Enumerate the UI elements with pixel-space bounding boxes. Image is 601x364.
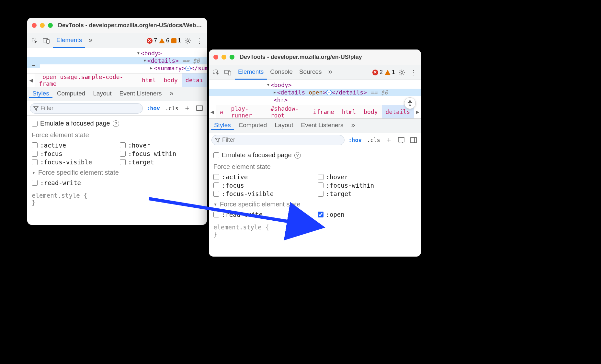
state-open-checkbox[interactable] bbox=[318, 212, 323, 217]
crumb-body[interactable]: body bbox=[160, 73, 181, 87]
dom-summary-open[interactable]: <summary> bbox=[154, 65, 186, 72]
tab-event-listeners[interactable]: Event Listeners bbox=[116, 90, 165, 98]
dom-overflow-indicator[interactable]: … bbox=[27, 59, 40, 68]
state-focus-visible-checkbox[interactable] bbox=[32, 159, 38, 165]
device-icon[interactable] bbox=[223, 68, 233, 77]
tab-computed[interactable]: Computed bbox=[235, 122, 270, 130]
close-icon[interactable] bbox=[213, 55, 218, 60]
minimize-icon[interactable] bbox=[221, 55, 226, 60]
crumb-frame[interactable]: _open_usage.sample-code-frame bbox=[35, 73, 138, 87]
crumb-play-runner[interactable]: play-runner bbox=[227, 105, 266, 118]
emulate-focus-checkbox[interactable] bbox=[213, 152, 219, 158]
force-specific-heading[interactable]: Force specific element state bbox=[38, 169, 119, 176]
chevron-left-icon[interactable]: ◀ bbox=[209, 105, 216, 118]
filter-input-wrap[interactable] bbox=[30, 103, 143, 114]
crumb-details[interactable]: detai bbox=[182, 73, 207, 87]
state-read-write-checkbox[interactable] bbox=[213, 212, 219, 217]
sidebar-toggle-icon[interactable] bbox=[409, 135, 418, 145]
state-focus-checkbox[interactable] bbox=[32, 151, 38, 157]
filter-input[interactable] bbox=[222, 137, 341, 143]
hov-toggle[interactable]: :hov bbox=[347, 137, 363, 143]
crumb-iframe[interactable]: iframe bbox=[309, 105, 338, 118]
accessibility-icon[interactable] bbox=[404, 97, 416, 109]
state-active-checkbox[interactable] bbox=[213, 174, 219, 180]
tab-styles[interactable]: Styles bbox=[211, 122, 234, 130]
element-style-block[interactable]: element.style { } bbox=[209, 221, 421, 240]
computed-pane-icon[interactable] bbox=[195, 104, 204, 113]
tab-sources[interactable]: Sources bbox=[296, 65, 325, 80]
kebab-icon[interactable]: ⋮ bbox=[409, 68, 418, 77]
cls-toggle[interactable]: .cls bbox=[366, 137, 381, 143]
crumb-body[interactable]: body bbox=[360, 105, 381, 118]
dom-body[interactable]: <body> bbox=[141, 50, 162, 57]
computed-pane-icon[interactable] bbox=[396, 135, 406, 145]
tab-computed[interactable]: Computed bbox=[54, 90, 89, 98]
chevron-left-icon[interactable]: ◀ bbox=[27, 73, 35, 87]
subtabs-overflow-icon[interactable]: » bbox=[348, 121, 358, 130]
close-icon[interactable] bbox=[32, 23, 37, 28]
inspect-icon[interactable] bbox=[30, 36, 40, 46]
inspect-icon[interactable] bbox=[211, 68, 221, 77]
help-icon[interactable]: ? bbox=[294, 152, 301, 159]
tab-layout[interactable]: Layout bbox=[271, 122, 296, 130]
subtabs-overflow-icon[interactable]: » bbox=[166, 89, 176, 99]
force-specific-heading[interactable]: Force specific element state bbox=[220, 201, 300, 208]
crumb-w[interactable]: w bbox=[216, 105, 227, 118]
tab-console[interactable]: Console bbox=[267, 65, 296, 80]
state-hover-checkbox[interactable] bbox=[120, 142, 126, 148]
cls-toggle[interactable]: .cls bbox=[164, 105, 180, 112]
crumb-html[interactable]: html bbox=[138, 73, 160, 87]
state-focus-within-checkbox[interactable] bbox=[120, 151, 126, 157]
element-style-block[interactable]: element.style { } bbox=[27, 189, 207, 209]
state-focus-visible-checkbox[interactable] bbox=[213, 191, 219, 197]
help-icon[interactable]: ? bbox=[113, 120, 119, 127]
state-read-write-checkbox[interactable] bbox=[32, 180, 38, 186]
device-icon[interactable] bbox=[41, 36, 51, 46]
chevron-right-icon[interactable]: ▶ bbox=[414, 105, 421, 118]
dom-body[interactable]: <body> bbox=[271, 82, 292, 88]
filter-input[interactable] bbox=[40, 105, 139, 112]
tab-styles[interactable]: Styles bbox=[29, 90, 52, 98]
hov-toggle[interactable]: :hov bbox=[145, 105, 161, 112]
dom-details[interactable]: <details> bbox=[147, 57, 179, 64]
breadcrumb[interactable]: ◀ w play-runner #shadow-root iframe html… bbox=[209, 105, 421, 119]
traffic-lights[interactable] bbox=[213, 55, 234, 60]
state-target-checkbox[interactable] bbox=[120, 159, 126, 165]
crumb-shadow-root[interactable]: #shadow-root bbox=[267, 105, 309, 118]
issue-counts[interactable]: ✕7 6 1 bbox=[147, 37, 181, 44]
emulate-focus-checkbox[interactable] bbox=[32, 121, 38, 127]
crumb-html[interactable]: html bbox=[338, 105, 360, 118]
tab-elements[interactable]: Elements bbox=[53, 33, 85, 48]
dom-tree[interactable]: ▼<body> ▶ <details open> ⋯ </details> ==… bbox=[209, 80, 421, 105]
state-active-checkbox[interactable] bbox=[32, 142, 38, 148]
zoom-icon[interactable] bbox=[48, 23, 53, 28]
tab-layout[interactable]: Layout bbox=[90, 90, 115, 98]
ellipsis-icon[interactable]: ⋯ bbox=[326, 90, 332, 95]
tab-elements[interactable]: Elements bbox=[235, 65, 267, 80]
dom-tree[interactable]: … ▼<body> ▼ <details> == $0 ▶ <summary> … bbox=[27, 48, 207, 73]
tab-event-listeners[interactable]: Event Listeners bbox=[298, 122, 346, 130]
kebab-icon[interactable]: ⋮ bbox=[195, 36, 204, 46]
dom-details-open[interactable]: <details open> bbox=[277, 89, 326, 96]
state-focus-within-checkbox[interactable] bbox=[318, 182, 323, 188]
new-style-icon[interactable]: + bbox=[182, 104, 192, 113]
gear-icon[interactable] bbox=[397, 68, 407, 77]
force-state-panel: Emulate a focused page ? Force element s… bbox=[209, 147, 421, 221]
new-style-icon[interactable]: + bbox=[384, 135, 394, 145]
breadcrumb[interactable]: ◀ _open_usage.sample-code-frame html bod… bbox=[27, 73, 207, 87]
minimize-icon[interactable] bbox=[40, 23, 45, 28]
dom-hr[interactable]: <hr> bbox=[274, 96, 288, 103]
issue-counts[interactable]: ✕2 1 bbox=[372, 69, 395, 76]
titlebar[interactable]: DevTools - developer.mozilla.org/en-US/p… bbox=[209, 50, 421, 65]
traffic-lights[interactable] bbox=[32, 23, 53, 28]
state-hover-checkbox[interactable] bbox=[318, 174, 323, 180]
titlebar[interactable]: DevTools - developer.mozilla.org/en-US/d… bbox=[27, 18, 207, 33]
tabs-overflow-icon[interactable]: » bbox=[325, 65, 335, 80]
zoom-icon[interactable] bbox=[230, 55, 234, 60]
gear-icon[interactable] bbox=[183, 36, 193, 46]
tabs-overflow-icon[interactable]: » bbox=[85, 33, 96, 48]
filter-input-wrap[interactable] bbox=[211, 135, 345, 145]
ellipsis-icon[interactable]: ⋯ bbox=[185, 66, 191, 71]
state-focus-checkbox[interactable] bbox=[213, 182, 219, 188]
state-target-checkbox[interactable] bbox=[318, 191, 323, 197]
